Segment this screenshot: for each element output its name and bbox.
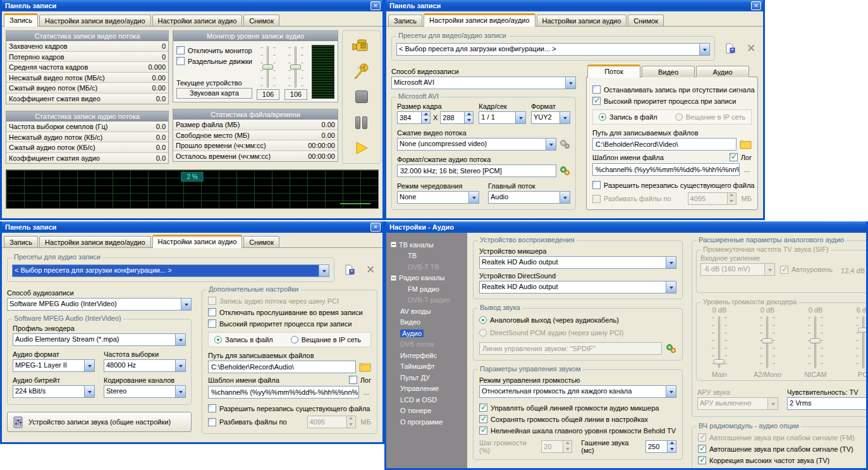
tree-item-lcd-osd[interactable]: LCD и OSD	[391, 394, 467, 405]
tree-item-fm-radio[interactable]: FM радио	[391, 283, 467, 295]
arrow-down-icon[interactable]	[465, 116, 473, 123]
sound-device-settings-button[interactable]: Устройство записи звука (общие настройки…	[7, 412, 192, 432]
tree-item-av-inputs[interactable]: AV входы	[391, 306, 467, 317]
overwrite-checkbox[interactable]: Разрешить перезапись существующего файла	[592, 181, 752, 189]
audio-format-value[interactable]: 32.000 kHz; 16 bit; Stereo [PCM]	[397, 164, 556, 177]
audio-format-select[interactable]: MPEG-1 Layer II	[13, 359, 95, 372]
titlebar[interactable]: Панель записи	[386, 0, 763, 11]
format-select[interactable]: YUY2	[531, 111, 570, 124]
record-to-file-radio[interactable]: Запись в файл	[214, 336, 273, 343]
delete-preset-button[interactable]	[364, 264, 377, 276]
template-more-button[interactable]: ...	[742, 166, 752, 173]
collapse-icon[interactable]	[391, 242, 396, 247]
slider-thumb[interactable]	[290, 65, 301, 70]
log-checkbox[interactable]: Лог	[349, 376, 371, 384]
delete-preset-button[interactable]	[744, 42, 758, 55]
chevron-down-icon[interactable]	[546, 139, 556, 150]
close-icon[interactable]	[751, 1, 761, 10]
tab-snapshot[interactable]: Снимок	[243, 15, 279, 26]
audio-codec-config-icon[interactable]	[559, 166, 570, 176]
chevron-down-icon[interactable]	[666, 281, 676, 293]
tree-item-control[interactable]: Управление	[391, 383, 467, 395]
main-stream-select[interactable]: Audio	[488, 191, 570, 204]
stop-button[interactable]	[349, 86, 374, 108]
filename-template-input[interactable]: %channel% (%yy%%mm%%dd%-%hh%%nn%	[592, 163, 740, 176]
interleave-select[interactable]: None	[397, 191, 479, 204]
record-audio-button[interactable]	[349, 61, 374, 82]
chevron-down-icon[interactable]	[468, 192, 479, 203]
tab-video-audio-settings[interactable]: Настройки записи видео/аудио	[424, 13, 535, 27]
chevron-down-icon[interactable]	[666, 257, 676, 268]
chevron-down-icon[interactable]	[84, 360, 94, 371]
channel-coding-select[interactable]: Stereo	[104, 385, 186, 398]
directsound-device-select[interactable]: Realtek HD Audio output	[479, 281, 676, 294]
tree-item-about-tuner[interactable]: О тюнере	[391, 405, 467, 417]
tab-video-audio-settings[interactable]: Настройки записи видео/аудио	[39, 236, 150, 247]
tree-item-remote[interactable]: Пульт ДУ	[391, 372, 467, 383]
tree-item-video[interactable]: Видео	[391, 317, 467, 328]
tree-item-audio[interactable]: Аудио	[391, 328, 467, 339]
filename-template-input[interactable]: %channel% (%yy%%mm%%dd%-%hh%%nn%	[208, 386, 359, 399]
chevron-down-icon[interactable]	[565, 77, 575, 89]
preset-select[interactable]: < Выбор пресета для загрузки конфигураци…	[396, 43, 710, 56]
chevron-down-icon[interactable]	[699, 44, 709, 55]
split-files-checkbox[interactable]: Разбивать файлы по	[208, 418, 287, 426]
titlebar[interactable]: Панель записи	[2, 0, 382, 11]
arrow-up-icon[interactable]	[668, 441, 676, 445]
chevron-down-icon[interactable]	[515, 112, 525, 123]
tab-record[interactable]: Запись	[4, 13, 38, 27]
separate-sliders-checkbox[interactable]: Раздельные движки	[176, 57, 252, 65]
browse-folder-icon[interactable]	[740, 140, 752, 149]
tree-item-interface[interactable]: Интерфейс	[391, 350, 467, 361]
tab-stream[interactable]: Поток	[587, 65, 640, 78]
chevron-down-icon[interactable]	[559, 112, 570, 123]
chevron-down-icon[interactable]	[666, 386, 676, 397]
nonlinear-scale-checkbox[interactable]: Нелинейная шкала главного уровня громкос…	[479, 426, 676, 435]
slider-thumb[interactable]	[262, 65, 273, 70]
chevron-down-icon[interactable]	[84, 386, 94, 397]
tab-audio[interactable]: Аудио	[696, 66, 749, 77]
tab-audio-settings[interactable]: Настройки записи аудио	[537, 15, 627, 26]
tv-hf-correction-checkbox[interactable]: Коррекция высоких частот звука (TV)	[698, 456, 866, 464]
close-icon[interactable]	[370, 223, 381, 232]
tab-record[interactable]: Запись	[388, 15, 422, 26]
video-compression-select[interactable]: None (uncompressed video)	[397, 138, 556, 151]
bitrate-select[interactable]: 224 kBit/s	[13, 385, 95, 398]
tab-record[interactable]: Запись	[4, 236, 38, 247]
chevron-down-icon[interactable]	[319, 265, 329, 276]
tab-audio-settings[interactable]: Настройки записи аудио	[152, 235, 243, 248]
titlebar[interactable]: Настройки - Аудио	[386, 221, 866, 233]
tree-item-radio-channels[interactable]: Радио каналы	[391, 273, 467, 284]
frame-height-stepper[interactable]: 288	[440, 111, 474, 124]
monitor-level-slider-right[interactable]	[288, 45, 303, 89]
stepper-arrows[interactable]	[667, 440, 676, 453]
arrow-down-icon[interactable]	[422, 116, 430, 123]
record-path-input[interactable]: C:\Beholder\Record\Audio\	[208, 361, 356, 373]
tree-item-about-program[interactable]: О программе	[391, 416, 467, 428]
arrow-down-icon[interactable]	[668, 445, 676, 452]
tab-snapshot[interactable]: Снимок	[243, 236, 279, 247]
high-priority-checkbox[interactable]: Высокий приоритет процесса при записи	[592, 97, 752, 105]
tab-video-audio-settings[interactable]: Настройки записи видео/аудио	[39, 15, 150, 26]
titlebar[interactable]: Панель записи	[2, 221, 382, 233]
broadcast-ip-radio[interactable]: Вещание в IP сеть	[291, 336, 361, 343]
video-codec-config-icon-disabled[interactable]	[559, 139, 570, 149]
save-preset-button[interactable]	[342, 264, 356, 276]
mute-listen-checkbox[interactable]: Отключать прослушивание во время записи	[208, 308, 371, 316]
log-checkbox[interactable]: Лог	[730, 153, 752, 161]
volume-mode-select[interactable]: Относительная громкость для каждого кана…	[479, 385, 676, 398]
fps-select[interactable]: 1 / 1	[479, 111, 526, 124]
save-volume-checkbox[interactable]: Сохранять громкость общей линии в настро…	[479, 415, 676, 423]
record-to-file-radio[interactable]: Запись в файл	[599, 113, 657, 121]
record-path-input[interactable]: C:\Beholder\Record\Video\	[592, 138, 737, 151]
chevron-down-icon[interactable]	[559, 192, 570, 203]
stop-on-no-signal-checkbox[interactable]: Останавливать запись при отсутствии сигн…	[592, 85, 752, 94]
collapse-icon[interactable]	[391, 275, 396, 281]
overwrite-checkbox[interactable]: Разрешить перезапись существующего файла	[208, 404, 371, 412]
sound-line-config-icon[interactable]	[666, 343, 676, 354]
sensitivity-select[interactable]: 2 Vrms	[787, 397, 866, 410]
sample-rate-select[interactable]: 48000 Hz	[104, 359, 186, 372]
chevron-down-icon[interactable]	[175, 386, 185, 397]
tab-snapshot[interactable]: Снимок	[628, 15, 664, 26]
preset-select[interactable]: < Выбор пресета для загрузки конфигураци…	[12, 264, 329, 277]
